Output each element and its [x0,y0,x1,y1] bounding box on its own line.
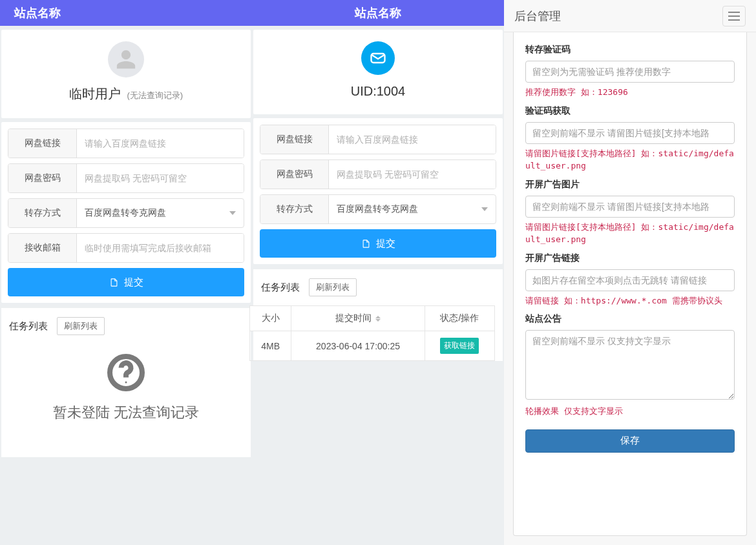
method-label: 转存方式 [8,199,77,227]
site-header: 站点名称 [252,0,504,26]
col-time-label: 提交时间 [335,313,372,323]
code-label: 转存验证码 [525,44,735,56]
admin-title: 后台管理 [514,8,561,24]
cell-action: 获取链接 [425,331,494,361]
adimg-label: 开屏广告图片 [525,179,735,190]
sort-icon[interactable] [375,316,381,322]
col-time[interactable]: 提交时间 [291,306,425,331]
svg-point-1 [125,382,127,384]
fg-adlink: 开屏广告链接 请留链接 如：https://www.*.com 需携带协议头 [525,252,735,307]
avatar [108,41,144,77]
site-header: 站点名称 [0,0,252,26]
method-select[interactable]: 百度网盘转夸克网盘 [329,203,496,215]
user-icon [115,48,137,70]
adlink-help: 请留链接 如：https://www.*.com 需携带协议头 [525,294,735,307]
field-pwd: 网盘密码 [8,163,244,193]
chevron-down-icon [229,211,236,215]
code-help: 推荐使用数字 如：123696 [525,86,735,99]
field-link: 网盘链接 [260,125,496,154]
field-method[interactable]: 转存方式 百度网盘转夸克网盘 [8,198,244,228]
link-label: 网盘链接 [260,125,329,154]
settings-panel: 转存验证码 推荐使用数字 如：123696 验证码获取 请留图片链接[支持本地路… [513,32,747,536]
transfer-form: 网盘链接 网盘密码 转存方式 百度网盘转夸克网盘 提交 [253,118,503,264]
cell-time: 2023-06-04 17:00:25 [291,331,425,361]
user-card: 临时用户 (无法查询记录) [1,30,251,118]
no-login-state: 暂未登陆 无法查询记录 [9,335,243,448]
submit-button[interactable]: 提交 [260,229,496,258]
adimg-help: 请留图片链接[支持本地路径] 如：static/img/default_user… [525,221,735,246]
uid-title: UID:1004 [253,84,503,99]
fg-notice: 站点公告 轮播效果 仅支持文字显示 [525,313,735,418]
getcode-label: 验证码获取 [525,105,735,117]
uid-card: UID:1004 [253,30,503,114]
user-name: 临时用户 [69,87,121,101]
fg-transfer-code: 转存验证码 推荐使用数字 如：123696 [525,44,735,99]
task-list: 任务列表 刷新列表 大小 提交时间 状态/操作 4MB 2023-06-04 1… [253,269,503,361]
refresh-button[interactable]: 刷新列表 [309,278,357,296]
col-status[interactable]: 状态/操作 [425,306,494,331]
pwd-input[interactable] [77,164,244,192]
notice-label: 站点公告 [525,313,735,325]
chevron-down-icon [481,207,488,211]
user-sub: (无法查询记录) [127,90,183,100]
site-name: 站点名称 [355,5,401,21]
submit-label: 提交 [376,238,395,250]
col-size[interactable]: 大小 [250,306,291,331]
fg-adimg: 开屏广告图片 请留图片链接[支持本地路径] 如：static/img/defau… [525,179,735,246]
nolog-text: 暂未登陆 无法查询记录 [9,403,243,422]
refresh-button[interactable]: 刷新列表 [57,317,105,335]
email-label: 接收邮箱 [8,234,77,262]
adlink-input[interactable] [525,269,735,291]
tasks-title: 任务列表 [261,282,300,294]
col-size-label: 大小 [262,313,280,323]
field-email: 接收邮箱 [8,233,244,263]
adlink-label: 开屏广告链接 [525,252,735,264]
getcode-input[interactable] [525,122,735,144]
task-list: 任务列表 刷新列表 暂未登陆 无法查询记录 [1,308,251,457]
email-input[interactable] [77,234,244,262]
link-input[interactable] [77,129,244,158]
document-icon [361,239,371,249]
user-title: 临时用户 (无法查询记录) [1,85,251,103]
link-input[interactable] [329,125,496,154]
save-label: 保存 [620,435,640,447]
cell-size: 4MB [250,331,291,361]
question-icon [107,353,145,392]
method-select[interactable]: 百度网盘转夸克网盘 [77,207,244,219]
link-label: 网盘链接 [8,129,77,158]
transfer-form: 网盘链接 网盘密码 转存方式 百度网盘转夸克网盘 接收邮箱 提交 [1,122,251,303]
getcode-help: 请留图片链接[支持本地路径] 如：static/img/default_user… [525,147,735,172]
menu-toggle-button[interactable] [722,6,746,26]
notice-input[interactable] [525,330,735,400]
table-row: 4MB 2023-06-04 17:00:25 获取链接 [250,331,495,361]
method-value: 百度网盘转夸克网盘 [85,207,166,219]
field-link: 网盘链接 [8,129,244,158]
uid-avatar [361,41,395,75]
admin-navbar: 后台管理 [504,0,756,32]
mail-icon [369,49,387,67]
save-button[interactable]: 保存 [525,429,735,453]
code-input[interactable] [525,61,735,83]
task-table: 大小 提交时间 状态/操作 4MB 2023-06-04 17:00:25 获取… [249,305,495,361]
site-name: 站点名称 [14,5,61,21]
notice-help: 轮播效果 仅支持文字显示 [525,405,735,418]
pwd-label: 网盘密码 [8,164,77,192]
get-link-button[interactable]: 获取链接 [440,338,479,354]
tasks-title: 任务列表 [9,320,48,333]
submit-button[interactable]: 提交 [8,268,244,296]
adimg-input[interactable] [525,196,735,218]
fg-getcode: 验证码获取 请留图片链接[支持本地路径] 如：static/img/defaul… [525,105,735,172]
pwd-label: 网盘密码 [260,160,329,189]
field-pwd: 网盘密码 [260,159,496,189]
submit-label: 提交 [124,276,143,289]
pwd-input[interactable] [329,160,496,189]
field-method[interactable]: 转存方式 百度网盘转夸克网盘 [260,194,496,224]
method-value: 百度网盘转夸克网盘 [337,203,418,215]
method-label: 转存方式 [260,195,329,223]
col-status-label: 状态/操作 [440,313,479,323]
document-icon [109,278,119,287]
